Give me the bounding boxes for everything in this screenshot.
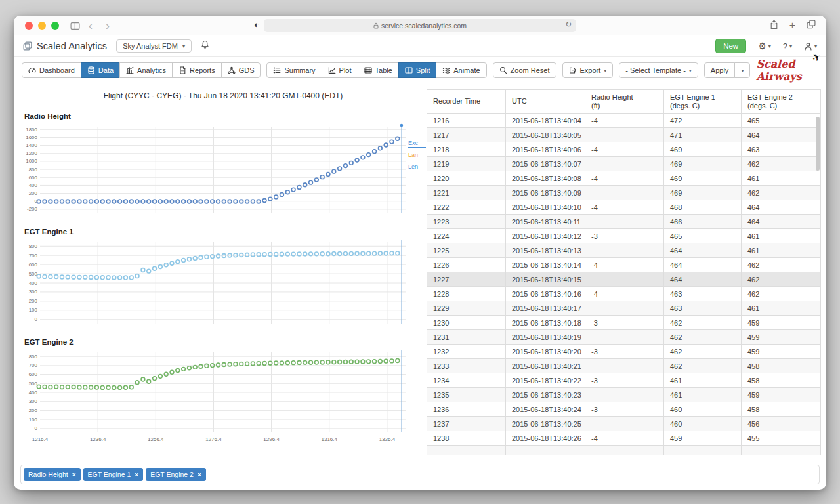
svg-text:100: 100 <box>29 307 38 313</box>
zoom-window-button[interactable] <box>51 22 59 30</box>
apply-dropdown-button[interactable]: ▾ <box>734 62 750 78</box>
remove-tag-icon[interactable]: × <box>135 471 138 478</box>
event-annotation-label[interactable]: Len <box>408 163 426 171</box>
table-row[interactable]: 12182015-06-18T13:40:06-4469463 <box>427 142 821 157</box>
remove-tag-icon[interactable]: × <box>198 471 201 478</box>
settings-menu[interactable]: ⚙▾ <box>758 41 771 51</box>
address-bar[interactable]: service.scaledanalytics.com ↻ <box>264 19 576 32</box>
table-row[interactable]: 12282015-06-18T13:40:16-4463462 <box>427 287 821 301</box>
reports-button[interactable]: Reports <box>172 62 222 78</box>
table-cell: 2015-06-18T13:40:13 <box>506 243 585 258</box>
close-window-button[interactable] <box>25 22 33 30</box>
table-cell: 469 <box>664 186 742 200</box>
tab-overview-icon[interactable] <box>807 20 816 32</box>
data-button[interactable]: Data <box>81 62 120 78</box>
svg-text:1216.4: 1216.4 <box>32 436 49 442</box>
animate-waves-icon <box>442 66 450 74</box>
parameter-tag[interactable]: EGT Engine 1× <box>83 468 144 481</box>
minimize-window-button[interactable] <box>38 22 46 30</box>
table-row[interactable]: 12192015-06-18T13:40:07469462 <box>427 157 821 171</box>
dashboard-button[interactable]: Dashboard <box>22 62 81 78</box>
table-cell: 459 <box>742 388 821 402</box>
table-row[interactable]: 12272015-06-18T13:40:15464462 <box>427 272 821 287</box>
plot-button[interactable]: Plot <box>322 62 358 78</box>
column-header-utc[interactable]: UTC <box>506 90 585 114</box>
table-cell <box>585 272 664 287</box>
database-icon <box>87 66 95 74</box>
sidebar-toggle-icon[interactable] <box>70 21 80 33</box>
forward-button[interactable]: › <box>106 18 110 33</box>
table-cell: 468 <box>664 200 742 215</box>
template-select[interactable]: - Select Template - ▾ <box>619 62 698 78</box>
reload-icon[interactable]: ↻ <box>565 20 572 29</box>
apply-button[interactable]: Apply <box>704 62 736 78</box>
table-cell: 464 <box>742 200 821 215</box>
table-cell <box>427 446 506 456</box>
table-cell <box>742 446 821 456</box>
table-cell <box>585 243 664 258</box>
table-row[interactable]: 12372015-06-18T13:40:25460456 <box>427 417 821 431</box>
chart-annotations: ExcLanLen <box>408 140 426 175</box>
column-header-egt-engine-1[interactable]: EGT Engine 1(degs. C) <box>664 90 742 114</box>
egt-engine-2-chart[interactable]: 01002003004005006007008001216.41236.4125… <box>20 348 426 446</box>
column-header-radio-height[interactable]: Radio Height(ft) <box>585 90 664 114</box>
table-scrollbar-thumb[interactable] <box>816 117 820 171</box>
table-row[interactable] <box>427 446 821 456</box>
share-icon[interactable] <box>770 20 778 32</box>
table-cell: 1218 <box>427 142 506 157</box>
table-cell <box>585 388 664 402</box>
egt-engine-1-chart[interactable]: 0100200300400500600700800 <box>20 238 426 329</box>
split-button[interactable]: Split <box>398 62 436 78</box>
table-row[interactable]: 12202015-06-18T13:40:08-4469461 <box>427 171 821 186</box>
table-row[interactable]: 12242015-06-18T13:40:12-3465461 <box>427 229 821 243</box>
table-row[interactable]: 12252015-06-18T13:40:13464461 <box>427 243 821 258</box>
animate-button[interactable]: Animate <box>436 62 486 78</box>
table-row[interactable]: 12172015-06-18T13:40:05471464 <box>427 128 821 142</box>
radio-height-chart[interactable]: -200020040060080010001200140016001800 <box>20 123 426 219</box>
user-menu[interactable]: ▾ <box>804 42 817 51</box>
analytics-button[interactable]: Analytics <box>119 62 173 78</box>
table-row[interactable]: 12232015-06-18T13:40:11466464 <box>427 215 821 229</box>
gds-button[interactable]: GDS <box>221 62 261 78</box>
table-row[interactable]: 12332015-06-18T13:40:21462458 <box>427 359 821 373</box>
table-cell: 472 <box>664 114 742 128</box>
privacy-shield-icon[interactable]: ◐ <box>254 20 259 30</box>
table-cell: 459 <box>742 316 821 330</box>
event-annotation-label[interactable]: Lan <box>408 152 426 159</box>
table-row[interactable]: 12292015-06-18T13:40:17463461 <box>427 301 821 316</box>
table-row[interactable]: 12262015-06-18T13:40:14-4464462 <box>427 258 821 272</box>
table-row[interactable]: 12212015-06-18T13:40:09469462 <box>427 186 821 200</box>
column-header-egt-engine-2[interactable]: EGT Engine 2(degs. C) <box>742 90 821 114</box>
export-button[interactable]: Export ▾ <box>562 62 614 78</box>
workspace-select[interactable]: Sky Analyst FDM ▾ <box>116 39 192 52</box>
table-cell: 1216 <box>427 114 506 128</box>
table-cell: 464 <box>664 258 742 272</box>
table-row[interactable]: 12362015-06-18T13:40:24-3460458 <box>427 402 821 417</box>
table-row[interactable]: 12302015-06-18T13:40:18-3462459 <box>427 316 821 330</box>
back-button[interactable]: ‹ <box>89 18 93 33</box>
table-row[interactable]: 12352015-06-18T13:40:23461459 <box>427 388 821 402</box>
table-cell: 1226 <box>427 258 506 272</box>
table-row[interactable]: 12342015-06-18T13:40:22-3461458 <box>427 373 821 388</box>
parameter-tag[interactable]: EGT Engine 2× <box>146 468 206 481</box>
notifications-bell-icon[interactable] <box>201 40 209 52</box>
bar-chart-icon <box>126 66 134 74</box>
new-tab-icon[interactable]: + <box>789 21 795 30</box>
table-row[interactable]: 12222015-06-18T13:40:10-4468464 <box>427 200 821 215</box>
table-row[interactable]: 12382015-06-18T13:40:26-4459455 <box>427 431 821 446</box>
remove-tag-icon[interactable]: × <box>72 471 76 478</box>
new-button[interactable]: New <box>715 39 746 53</box>
table-row[interactable]: 12312015-06-18T13:40:19462459 <box>427 330 821 345</box>
zoom-reset-button[interactable]: Zoom Reset <box>493 62 556 78</box>
summary-button[interactable]: Summary <box>266 62 322 78</box>
parameter-tag[interactable]: Radio Height× <box>24 468 81 481</box>
help-menu[interactable]: ?▾ <box>783 41 792 51</box>
table-row[interactable]: 12162015-06-18T13:40:04-4472465 <box>427 114 821 128</box>
table-row[interactable]: 12322015-06-18T13:40:20-3462459 <box>427 345 821 359</box>
column-header-recorder-time[interactable]: Recorder Time <box>427 90 506 114</box>
svg-text:1336.4: 1336.4 <box>379 436 396 442</box>
table-cell: -4 <box>585 142 664 157</box>
table-button[interactable]: Table <box>358 62 399 78</box>
table-cell: 461 <box>742 301 821 316</box>
event-annotation-label[interactable]: Exc <box>408 140 426 148</box>
